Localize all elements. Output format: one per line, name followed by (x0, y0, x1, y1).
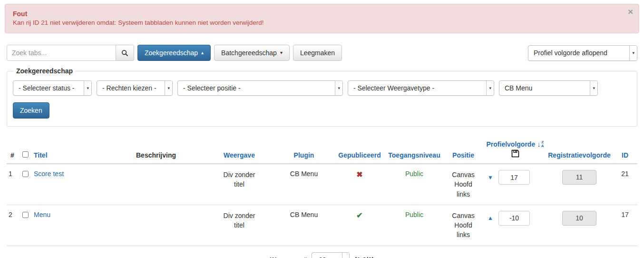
status-select[interactable]: - Selecteer status - ▾ (13, 80, 92, 96)
profile-order-input[interactable] (498, 211, 530, 226)
select-caret-icon: ▾ (486, 81, 494, 95)
search-submit-button[interactable] (116, 45, 134, 61)
row-access: Public (386, 205, 442, 246)
rights-select-value: - Rechten kiezen - (97, 84, 160, 92)
select-caret-icon: ▾ (629, 46, 637, 60)
select-caret-icon: ▾ (165, 81, 172, 95)
row-plugin: CB Menu (275, 164, 333, 205)
profile-order-label[interactable]: Profielvolgorde (487, 140, 536, 148)
row-id: 21 (613, 164, 637, 205)
row-profile-order: ▼ (484, 164, 546, 205)
header-profile-order[interactable]: Profielvolgorde↓ZA (484, 138, 546, 164)
header-registration-order[interactable]: Registratievolgorde (546, 138, 613, 164)
error-alert: × Fout Kan rij ID 21 niet verwijderen om… (5, 4, 639, 33)
row-access: Public (386, 164, 442, 205)
plugin-select[interactable]: CB Menu ▾ (499, 80, 598, 96)
close-icon[interactable]: × (628, 7, 633, 16)
move-up-icon[interactable]: ▲ (487, 215, 494, 221)
batch-tools-label: Batchgereedschap (221, 49, 277, 57)
caret-up-icon: ▴ (201, 50, 204, 55)
clear-button[interactable]: Leegmaken (293, 45, 342, 61)
move-down-icon[interactable]: ▼ (487, 175, 494, 180)
search-tools-panel: Zoekgereedschap - Selecteer status - ▾ -… (7, 67, 637, 127)
save-order-icon[interactable] (511, 149, 519, 158)
select-all-checkbox[interactable] (22, 151, 29, 158)
position-select-value: - Selecteer positie - (178, 84, 244, 92)
clear-label: Leegmaken (300, 49, 335, 57)
header-display[interactable]: Weergave (204, 138, 275, 164)
published-icon: ✔ (356, 211, 362, 219)
row-position: Canvas Hoofd links (442, 164, 484, 205)
profile-order-input[interactable] (498, 170, 530, 185)
position-select[interactable]: - Selecteer positie - ▾ (177, 80, 343, 96)
rights-select[interactable]: - Rechten kiezen - ▾ (97, 80, 173, 96)
per-page-label: Weergave # (270, 256, 307, 258)
alert-message: Kan rij ID 21 niet verwijderen omdat: Sy… (13, 19, 623, 26)
row-display: Div zonder titel (204, 205, 275, 246)
row-title[interactable]: Score test (32, 164, 108, 205)
batch-tools-button[interactable]: Batchgereedschap ▾ (214, 45, 290, 61)
sort-order-value: Profiel volgorde aflopend (528, 49, 611, 57)
search-icon (121, 50, 128, 57)
row-published[interactable]: ✖ (333, 164, 386, 205)
filter-row: - Selecteer status - ▾ - Rechten kiezen … (13, 80, 631, 96)
registration-order-button[interactable]: 10 (562, 211, 596, 226)
table-header-row: # Titel Beschrijving Weergave Plugin Gep… (7, 138, 637, 164)
per-page-value: 20 (312, 256, 330, 258)
row-registration-order: 10 (546, 205, 613, 246)
toolbar: Zoekgereedschap ▴ Batchgereedschap ▾ Lee… (7, 45, 637, 61)
status-select-value: - Selecteer status - (13, 84, 78, 92)
row-title[interactable]: Menu (32, 205, 108, 246)
row-published[interactable]: ✔ (333, 205, 386, 246)
row-description (108, 164, 204, 205)
sort-order-select[interactable]: Profiel volgorde aflopend ▾ (528, 45, 637, 61)
plugin-select-value: CB Menu (499, 84, 536, 92)
row-number: 2 (7, 205, 18, 246)
row-id: 17 (613, 205, 637, 246)
header-access[interactable]: Toegangsniveau (386, 138, 442, 164)
unpublished-icon: ✖ (356, 170, 362, 179)
header-checkbox-cell (18, 138, 32, 164)
header-title[interactable]: Titel (32, 138, 108, 164)
select-caret-icon: ▾ (335, 81, 342, 95)
search-input[interactable] (7, 45, 116, 61)
row-checkbox-cell (18, 164, 32, 205)
header-id[interactable]: ID (613, 138, 637, 164)
row-select-checkbox[interactable] (22, 171, 29, 177)
row-description (108, 205, 204, 246)
table-row: 2 Menu Div zonder titel CB Menu ✔ Public… (7, 205, 637, 246)
search-tools-label: Zoekgereedschap (145, 49, 198, 57)
search-group (7, 45, 134, 61)
row-display: Div zonder titel (204, 164, 275, 205)
header-description: Beschrijving (108, 138, 204, 164)
row-plugin: CB Menu (275, 205, 333, 246)
select-caret-icon: ▾ (342, 253, 350, 258)
table-row: 1 Score test Div zonder titel CB Menu ✖ … (7, 164, 637, 205)
display-type-select[interactable]: - Selecteer Weergavetype - ▾ (348, 80, 494, 96)
row-checkbox-cell (18, 205, 32, 246)
page: × Fout Kan rij ID 21 niet verwijderen om… (0, 0, 644, 258)
per-page-select[interactable]: 20 ▾ (312, 252, 350, 258)
search-tools-button[interactable]: Zoekgereedschap ▴ (137, 45, 211, 61)
alert-title: Fout (13, 10, 623, 18)
header-num: # (7, 138, 18, 164)
pagination: Weergave # 20 ▾ (1-2/2) (5, 246, 639, 258)
caret-down-icon: ▾ (280, 50, 283, 55)
search-tools-legend: Zoekgereedschap (14, 67, 75, 75)
header-position[interactable]: Positie (442, 138, 484, 164)
select-caret-icon: ▾ (590, 81, 597, 95)
filter-search-label: Zoeken (20, 107, 42, 114)
sort-descending-icon: ↓ZA (537, 140, 544, 148)
header-published[interactable]: Gepubliceerd (333, 138, 386, 164)
filter-search-button[interactable]: Zoeken (13, 102, 49, 119)
row-position: Canvas Hoofd links (442, 205, 484, 246)
result-range: (1-2/2) (354, 256, 374, 258)
row-select-checkbox[interactable] (22, 212, 29, 218)
tabs-table: # Titel Beschrijving Weergave Plugin Gep… (7, 138, 637, 246)
registration-order-button[interactable]: 11 (562, 170, 596, 185)
header-plugin[interactable]: Plugin (275, 138, 333, 164)
row-number: 1 (7, 164, 18, 205)
row-registration-order: 11 (546, 164, 613, 205)
select-caret-icon: ▾ (84, 81, 91, 95)
display-type-select-value: - Selecteer Weergavetype - (348, 84, 438, 92)
